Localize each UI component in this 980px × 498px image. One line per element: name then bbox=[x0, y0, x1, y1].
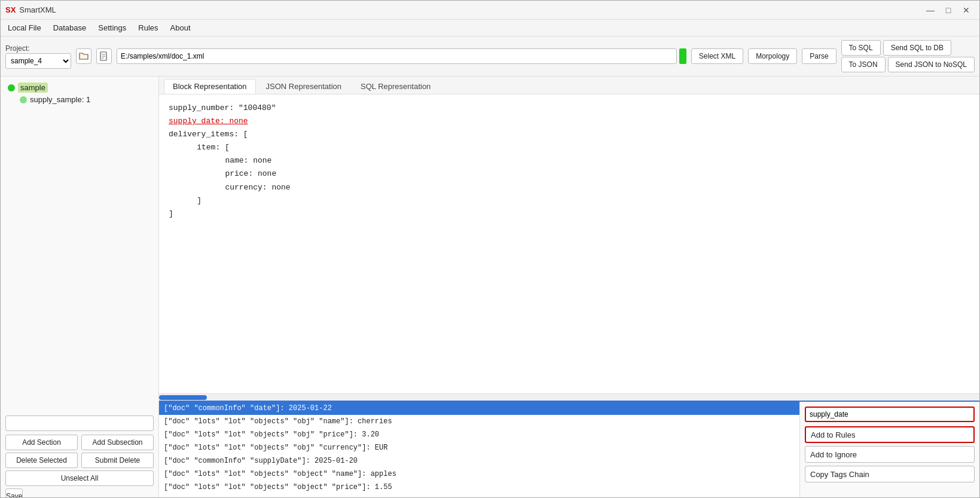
connection-status-indicator bbox=[679, 48, 686, 64]
to-json-button[interactable]: To JSON bbox=[841, 57, 886, 72]
content-line-close-delivery: ] bbox=[169, 207, 970, 221]
add-to-ignore-button[interactable]: Add to Ignore bbox=[805, 446, 975, 463]
left-panel: sample supply_sample: 1 Add Section Add … bbox=[1, 77, 159, 498]
unselect-all-button[interactable]: Unselect All bbox=[5, 470, 154, 486]
title-bar: SX SmartXML — □ ✕ bbox=[1, 1, 979, 20]
copy-tags-chain-button[interactable]: Copy Tags Chain bbox=[805, 466, 975, 482]
horizontal-scrollbar[interactable] bbox=[159, 393, 979, 401]
data-row-3[interactable]: ["doc" "lots" "lot" "objects" "obj" "cur… bbox=[159, 441, 799, 454]
file-icon bbox=[100, 51, 108, 61]
tree-node-sample[interactable]: sample bbox=[5, 81, 154, 94]
tabs-row: Block Representation JSON Representation… bbox=[159, 77, 979, 94]
data-row-4[interactable]: ["doc" "commonInfo" "supplyDate"]: 2025-… bbox=[159, 454, 799, 468]
menu-settings[interactable]: Settings bbox=[93, 22, 131, 34]
tab-block-representation[interactable]: Block Representation bbox=[164, 79, 256, 94]
menu-rules[interactable]: Rules bbox=[133, 22, 163, 34]
section-buttons-row: Add Section Add Subsection bbox=[5, 435, 154, 450]
app-logo: SX bbox=[5, 5, 16, 14]
close-button[interactable]: ✕ bbox=[958, 4, 975, 17]
sql-json-group: To SQL Send SQL to DB To JSON Send JSON … bbox=[841, 40, 975, 72]
tree-node-supply-sample[interactable]: supply_sample: 1 bbox=[17, 94, 154, 105]
add-subsection-button[interactable]: Add Subsection bbox=[81, 435, 154, 450]
left-bottom: Add Section Add Subsection Delete Select… bbox=[5, 415, 154, 498]
data-row-5[interactable]: ["doc" "lots" "lot" "objects" "object" "… bbox=[159, 468, 799, 481]
tree-label-sample: sample bbox=[18, 83, 48, 93]
app-title: SmartXML bbox=[19, 5, 56, 14]
to-sql-button[interactable]: To SQL bbox=[841, 40, 881, 56]
content-line-supply-date: supply_date: none bbox=[169, 115, 970, 128]
bottom-section: ["doc" "commonInfo" "date"]: 2025-01-22 … bbox=[159, 401, 979, 498]
menu-bar: Local File Database Settings Rules About bbox=[1, 20, 979, 36]
content-line-close-item: ] bbox=[178, 194, 970, 207]
tab-json-representation[interactable]: JSON Representation bbox=[257, 79, 350, 94]
menu-database[interactable]: Database bbox=[48, 22, 91, 34]
send-json-button[interactable]: Send JSON to NoSQL bbox=[888, 57, 975, 72]
action-input-field[interactable] bbox=[805, 407, 975, 422]
search-input[interactable] bbox=[5, 415, 154, 431]
save-row: Save bbox=[5, 488, 154, 498]
file-path-input[interactable] bbox=[117, 48, 677, 64]
content-line-delivery-items: delivery_items: [ bbox=[169, 128, 970, 141]
folder-icon-button[interactable] bbox=[76, 48, 91, 64]
add-to-rules-button[interactable]: Add to Rules bbox=[805, 426, 975, 443]
misc-buttons-row: Unselect All bbox=[5, 470, 154, 486]
delete-buttons-row: Delete Selected Submit Delete bbox=[5, 453, 154, 468]
submit-delete-button[interactable]: Submit Delete bbox=[81, 453, 154, 468]
content-line-name: name: none bbox=[188, 154, 970, 167]
delete-selected-button[interactable]: Delete Selected bbox=[5, 453, 78, 468]
toolbar: Project: sample_4 sample_3 sample_2 samp… bbox=[1, 36, 979, 77]
data-row-1[interactable]: ["doc" "lots" "lot" "objects" "obj" "nam… bbox=[159, 415, 799, 428]
parse-button[interactable]: Parse bbox=[802, 48, 836, 64]
main-layout: sample supply_sample: 1 Add Section Add … bbox=[1, 77, 979, 498]
save-button[interactable]: Save bbox=[5, 488, 23, 498]
tree-dot-sample bbox=[8, 84, 15, 91]
tree-area: sample supply_sample: 1 bbox=[5, 81, 154, 411]
title-bar-left: SX SmartXML bbox=[5, 5, 56, 14]
content-line-item: item: [ bbox=[178, 141, 970, 154]
data-row-0[interactable]: ["doc" "commonInfo" "date"]: 2025-01-22 bbox=[159, 402, 799, 415]
morphology-button[interactable]: Morpology bbox=[748, 48, 797, 64]
menu-about[interactable]: About bbox=[166, 22, 196, 34]
content-area: supply_number: "100480" supply_date: non… bbox=[159, 94, 979, 393]
tree-dot-supply bbox=[20, 96, 27, 103]
data-list: ["doc" "commonInfo" "date"]: 2025-01-22 … bbox=[159, 402, 800, 498]
menu-local-file[interactable]: Local File bbox=[3, 22, 46, 34]
content-line-currency: currency: none bbox=[188, 181, 970, 194]
file-icon-button[interactable] bbox=[96, 48, 112, 64]
content-line-price: price: none bbox=[188, 167, 970, 181]
tree-label-supply: supply_sample: 1 bbox=[30, 95, 90, 104]
project-select[interactable]: sample_4 sample_3 sample_2 sample_1 bbox=[5, 53, 71, 69]
data-row-2[interactable]: ["doc" "lots" "lot" "objects" "obj" "pri… bbox=[159, 428, 799, 441]
folder-icon bbox=[79, 52, 88, 60]
data-row-6[interactable]: ["doc" "lots" "lot" "objects" "object" "… bbox=[159, 481, 799, 494]
content-line-supply-number: supply_number: "100480" bbox=[169, 102, 970, 115]
add-section-button[interactable]: Add Section bbox=[5, 435, 78, 450]
actions-panel: Add to Rules Add to Ignore Copy Tags Cha… bbox=[800, 402, 979, 498]
tab-sql-representation[interactable]: SQL Representation bbox=[352, 79, 439, 94]
maximize-button[interactable]: □ bbox=[940, 4, 957, 17]
title-bar-controls: — □ ✕ bbox=[922, 4, 975, 17]
send-sql-button[interactable]: Send SQL to DB bbox=[883, 40, 951, 56]
select-xml-button[interactable]: Select XML bbox=[691, 48, 743, 64]
minimize-button[interactable]: — bbox=[922, 4, 939, 17]
right-panel: Block Representation JSON Representation… bbox=[159, 77, 979, 498]
tree-children: supply_sample: 1 bbox=[17, 94, 154, 105]
project-label: Project: bbox=[5, 44, 30, 53]
hscroll-thumb bbox=[159, 395, 207, 400]
